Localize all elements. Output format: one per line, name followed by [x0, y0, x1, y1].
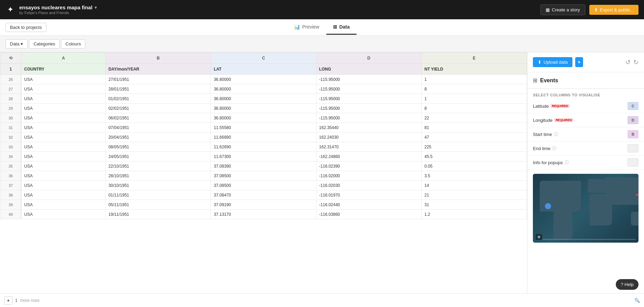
cell-date[interactable]: 02/02/1951	[106, 104, 211, 113]
row-reset-icon[interactable]: ⟲	[9, 56, 12, 61]
cell-lat[interactable]: 36.80000	[211, 75, 316, 84]
cell-date[interactable]: 06/02/1951	[106, 113, 211, 123]
cell-long[interactable]: -115.95000	[316, 94, 421, 104]
cell-country[interactable]: USA	[21, 113, 106, 123]
tab-data[interactable]: ⊞ Data	[326, 20, 356, 35]
cell-country[interactable]: USA	[21, 142, 106, 152]
cell-yield[interactable]: 22	[421, 113, 527, 123]
cell-yield[interactable]: 45.5	[421, 152, 527, 161]
cell-long[interactable]: -116.02390	[316, 161, 421, 171]
cell-country[interactable]: USA	[21, 152, 106, 161]
cell-long[interactable]: -116.01970	[316, 190, 421, 200]
cell-date[interactable]: 05/11/1951	[106, 200, 211, 210]
info-icon-start-time[interactable]: ⓘ	[554, 131, 558, 137]
cell-long[interactable]: -115.95000	[316, 75, 421, 84]
tab-preview[interactable]: 📊 Preview	[287, 20, 326, 35]
cell-lat[interactable]: 36.80000	[211, 84, 316, 94]
cell-yield[interactable]: 3.5	[421, 171, 527, 181]
cell-country[interactable]: USA	[21, 190, 106, 200]
cell-long[interactable]: -116.02000	[316, 171, 421, 181]
cell-lat[interactable]: 37.13170	[211, 210, 316, 219]
create-story-button[interactable]: ▦ Create a story	[540, 4, 585, 15]
upload-data-button[interactable]: ⬆ Upload data	[533, 57, 572, 67]
cell-long[interactable]: -115.95000	[316, 113, 421, 123]
cell-long[interactable]: -162.24860	[316, 152, 421, 161]
cell-country[interactable]: USA	[21, 94, 106, 104]
cell-long[interactable]: 162.35440	[316, 123, 421, 133]
cell-country[interactable]: USA	[21, 181, 106, 190]
cell-lat[interactable]: 37.08390	[211, 161, 316, 171]
map-zoom-control[interactable]: ⊕	[536, 234, 542, 240]
cell-lat[interactable]: 11.66890	[211, 133, 316, 142]
cell-date[interactable]: 30/10/1951	[106, 181, 211, 190]
cell-yield[interactable]: 1.2	[421, 210, 527, 219]
cell-yield[interactable]: 1	[421, 75, 527, 84]
col-badge-end-time[interactable]	[627, 144, 638, 152]
map-preview[interactable]: ⊕	[533, 174, 638, 243]
add-row-button[interactable]: +	[4, 296, 12, 305]
search-button[interactable]: 🔍	[634, 298, 640, 303]
cell-long[interactable]: -116.02440	[316, 200, 421, 210]
cell-yield[interactable]: 47	[421, 133, 527, 142]
cell-country[interactable]: USA	[21, 84, 106, 94]
help-button[interactable]: ? Help	[616, 279, 638, 290]
cell-long[interactable]: -116.02030	[316, 181, 421, 190]
col-header-a[interactable]: A	[21, 53, 106, 64]
col-header-c[interactable]: C	[211, 53, 316, 64]
cell-lat[interactable]: 37.08500	[211, 171, 316, 181]
cell-date[interactable]: 01/11/1951	[106, 190, 211, 200]
cell-long[interactable]: -115.95000	[316, 104, 421, 113]
cell-lat[interactable]: 37.09190	[211, 200, 316, 210]
cell-country[interactable]: USA	[21, 161, 106, 171]
cell-date[interactable]: 27/01/1951	[106, 75, 211, 84]
cell-lat[interactable]: 11.67300	[211, 152, 316, 161]
cell-long[interactable]: -115.95000	[316, 84, 421, 94]
cell-country[interactable]: USA	[21, 75, 106, 84]
cell-lat[interactable]: 36.80000	[211, 104, 316, 113]
toolbar-data-button[interactable]: Data ▾	[6, 39, 28, 49]
toolbar-categories-button[interactable]: Categories	[29, 39, 60, 49]
col-badge-info-popups[interactable]	[627, 158, 638, 167]
cell-lat[interactable]: 37.08500	[211, 181, 316, 190]
cell-date[interactable]: 24/05/1951	[106, 152, 211, 161]
cell-lat[interactable]: 11.55580	[211, 123, 316, 133]
export-publish-button[interactable]: ⬆ Export & publis...	[589, 5, 638, 15]
cell-lat[interactable]: 36.80000	[211, 94, 316, 104]
col-badge-start-time[interactable]: B	[627, 130, 638, 138]
col-header-b[interactable]: B	[106, 53, 211, 64]
cell-date[interactable]: 08/05/1951	[106, 142, 211, 152]
cell-country[interactable]: USA	[21, 200, 106, 210]
cell-yield[interactable]: 81	[421, 123, 527, 133]
cell-long[interactable]: -116.03860	[316, 210, 421, 219]
cell-country[interactable]: USA	[21, 210, 106, 219]
cell-country[interactable]: USA	[21, 171, 106, 181]
upload-dropdown-button[interactable]: ▾	[575, 57, 583, 67]
cell-long[interactable]: 162.31470	[316, 142, 421, 152]
cell-lat[interactable]: 11.62690	[211, 142, 316, 152]
redo-button[interactable]: ↻	[633, 59, 638, 66]
cell-country[interactable]: USA	[21, 104, 106, 113]
cell-yield[interactable]: 14	[421, 181, 527, 190]
cell-yield[interactable]: 8	[421, 104, 527, 113]
cell-date[interactable]: 22/10/1951	[106, 161, 211, 171]
cell-yield[interactable]: 21	[421, 190, 527, 200]
toolbar-colours-button[interactable]: Colours	[61, 39, 85, 49]
info-icon-end-time[interactable]: ⓘ	[552, 146, 556, 151]
cell-date[interactable]: 07/04/1951	[106, 123, 211, 133]
cell-yield[interactable]: 225	[421, 142, 527, 152]
col-header-e[interactable]: E	[421, 53, 527, 64]
cell-date[interactable]: 28/01/1951	[106, 84, 211, 94]
cell-long[interactable]: 162.24030	[316, 133, 421, 142]
cell-date[interactable]: 28/10/1951	[106, 171, 211, 181]
cell-date[interactable]: 01/02/1951	[106, 94, 211, 104]
cell-country[interactable]: USA	[21, 123, 106, 133]
cell-lat[interactable]: 37.08470	[211, 190, 316, 200]
col-badge-latitude[interactable]: C	[627, 102, 638, 110]
cell-country[interactable]: USA	[21, 133, 106, 142]
cell-yield[interactable]: 0.05	[421, 161, 527, 171]
cell-date[interactable]: 20/04/1951	[106, 133, 211, 142]
info-icon-popups[interactable]: ⓘ	[565, 160, 569, 166]
cell-yield[interactable]: 31	[421, 200, 527, 210]
col-header-d[interactable]: D	[316, 53, 421, 64]
back-to-projects-button[interactable]: Back to projects	[6, 23, 46, 32]
